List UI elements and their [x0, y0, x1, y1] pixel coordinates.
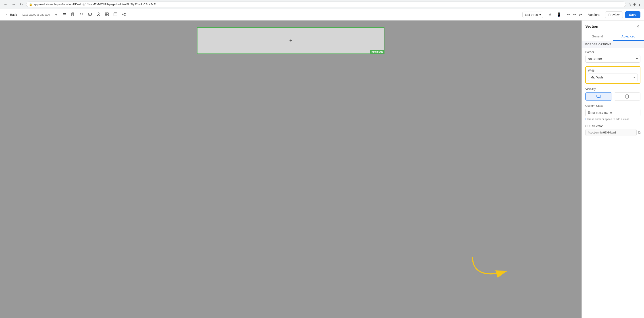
device-icons: 🖥 📱	[546, 11, 563, 18]
undo-button[interactable]: ↩	[566, 11, 571, 18]
tab-advanced[interactable]: Advanced	[613, 32, 644, 41]
tab-general[interactable]: General	[582, 32, 613, 41]
svg-rect-9	[107, 14, 108, 16]
back-label: Back	[10, 13, 17, 16]
border-field-label: Border	[585, 50, 640, 54]
border-field-group: Border No Border Solid Dashed Dotted	[585, 50, 640, 63]
desktop-visibility-button[interactable]	[585, 93, 612, 101]
save-button[interactable]: Save	[625, 11, 640, 18]
desktop-view-button[interactable]: 🖥	[546, 11, 554, 18]
media-button[interactable]	[94, 11, 102, 18]
versions-button[interactable]: Versions	[586, 11, 603, 18]
panel-header: Section ✕	[582, 20, 644, 32]
editor-top-bar: ← Back Last saved a day ago ＋ te	[0, 9, 644, 20]
back-button[interactable]: ← Back	[4, 11, 19, 18]
panel-close-button[interactable]: ✕	[635, 24, 640, 29]
add-element-button[interactable]: ＋	[53, 11, 60, 18]
blocks-button[interactable]	[103, 11, 111, 18]
panel-title: Section	[585, 24, 598, 31]
visibility-buttons	[585, 93, 640, 101]
svg-rect-8	[105, 14, 107, 16]
header-right: ↩ ↪ ⇄ Versions Preview Save	[566, 11, 640, 18]
layers-button[interactable]	[61, 11, 68, 18]
undo-redo-group: ↩ ↪ ⇄	[566, 11, 583, 18]
browser-ext-icon[interactable]: ⊕	[633, 2, 636, 6]
saved-status: Last saved a day ago	[22, 13, 50, 16]
hint-text: ℹ Press enter or space to add a class	[585, 118, 640, 121]
preview-button[interactable]: Preview	[605, 11, 623, 18]
add-row-icon: +	[290, 38, 292, 43]
integrations-button[interactable]	[120, 11, 128, 18]
css-selector-value: #section-tbrHDG6wu1	[585, 129, 637, 136]
right-panel: Section ✕ General Advanced Border Option…	[582, 20, 644, 318]
browser-back-btn[interactable]: ←	[3, 2, 8, 7]
custom-class-label: Custom Class	[585, 104, 640, 107]
svg-rect-7	[107, 13, 108, 14]
page-name-text: test three	[525, 13, 538, 16]
panel-body: Border Options Border No Border Solid Da…	[582, 41, 644, 318]
svg-rect-15	[597, 95, 601, 97]
browser-forward-btn[interactable]: →	[11, 2, 16, 7]
svg-rect-3	[72, 13, 74, 16]
browser-url-bar: 🔒 app.marketsimple.pro/location/KDozLrjq…	[26, 1, 626, 7]
lock-icon: 🔒	[29, 3, 32, 6]
chevron-down-icon: ▾	[539, 13, 541, 16]
css-selector-row: #section-tbrHDG6wu1 ⧉	[585, 129, 640, 136]
css-selector-group: CSS Selector #section-tbrHDG6wu1 ⧉	[585, 124, 640, 136]
svg-rect-0	[63, 13, 66, 14]
browser-menu-icon[interactable]: ⋮	[638, 2, 641, 6]
svg-rect-4	[88, 13, 92, 15]
section-block[interactable]: + SECTION	[197, 27, 384, 54]
browser-actions: ☆ ⊕ ⋮	[628, 2, 641, 6]
code-button[interactable]	[78, 11, 85, 18]
svg-rect-2	[63, 15, 66, 15]
width-field-label: Width	[588, 69, 638, 72]
svg-point-17	[627, 97, 627, 98]
info-icon: ℹ	[585, 118, 586, 121]
svg-rect-1	[63, 14, 66, 14]
browser-reload-btn[interactable]: ↻	[19, 2, 24, 7]
svg-rect-10	[114, 13, 117, 16]
toolbar-icons: ＋	[53, 11, 128, 18]
visibility-label: Visibility	[585, 87, 640, 91]
svg-rect-6	[105, 13, 107, 14]
custom-class-input[interactable]	[585, 109, 640, 116]
mobile-visibility-button[interactable]	[614, 93, 641, 101]
copy-css-selector-button[interactable]: ⧉	[638, 131, 640, 135]
browser-bar: ← → ↻ 🔒 app.marketsimple.pro/location/KD…	[0, 0, 644, 9]
templates-button[interactable]	[112, 11, 119, 18]
mobile-view-button[interactable]: 📱	[554, 11, 563, 18]
forms-button[interactable]	[86, 11, 94, 18]
panel-tabs: General Advanced	[582, 32, 644, 41]
redo-button[interactable]: ↪	[572, 11, 577, 18]
back-arrow-icon: ←	[5, 13, 9, 17]
visibility-group: Visibility	[585, 87, 640, 101]
diff-button[interactable]: ⇄	[578, 11, 583, 18]
custom-class-group: Custom Class ℹ Press enter or space to a…	[585, 104, 640, 121]
border-select[interactable]: No Border Solid Dashed Dotted	[585, 55, 640, 63]
arrow-annotation	[466, 253, 513, 282]
css-selector-label: CSS Selector	[585, 124, 640, 128]
width-select[interactable]: Full Width Wide Mid Wide Narrow Custom	[588, 74, 638, 81]
border-options-heading: Border Options	[582, 41, 644, 48]
pages-button[interactable]	[69, 11, 77, 18]
browser-star-icon[interactable]: ☆	[628, 2, 631, 6]
main-layout: + SECTION Section ✕ General Advanced Bor…	[0, 20, 644, 318]
width-field-group: Width Full Width Wide Mid Wide Narrow Cu…	[585, 66, 640, 84]
page-name-selector[interactable]: test three ▾	[522, 11, 543, 18]
browser-url-text: app.marketsimple.pro/location/KDozLrjq14…	[34, 3, 156, 6]
section-label-badge: SECTION	[370, 50, 384, 54]
canvas-area: + SECTION	[0, 20, 582, 318]
